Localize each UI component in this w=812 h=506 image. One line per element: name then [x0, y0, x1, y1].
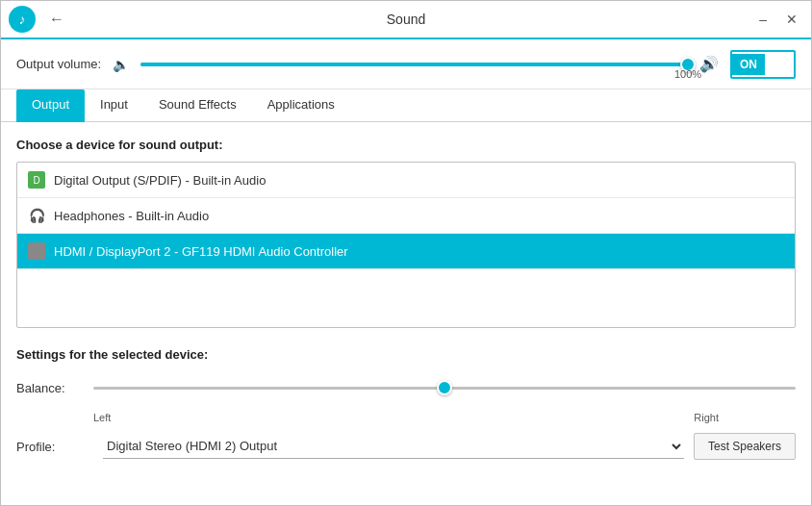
device-name-hdmi: HDMI / DisplayPort 2 - GF119 HDMI Audio …: [54, 244, 348, 259]
tab-applications[interactable]: Applications: [252, 89, 350, 122]
titlebar: ♪ ← Sound – ✕: [1, 1, 811, 39]
profile-select[interactable]: Digital Stereo (HDMI 2) Output: [103, 434, 684, 459]
on-toggle[interactable]: ON: [730, 50, 796, 79]
minimize-button[interactable]: –: [753, 10, 773, 29]
tab-output[interactable]: Output: [16, 89, 85, 122]
device-item-headphones[interactable]: 🎧 Headphones - Built-in Audio: [17, 198, 795, 234]
volume-value: 100%: [674, 68, 701, 80]
device-list-empty-space: [17, 269, 795, 327]
volume-slider-track[interactable]: 100%: [140, 63, 688, 66]
test-speakers-button[interactable]: Test Speakers: [694, 433, 796, 460]
tab-sound-effects[interactable]: Sound Effects: [143, 89, 252, 122]
window-controls: – ✕: [753, 10, 803, 29]
back-button[interactable]: ←: [43, 7, 70, 32]
device-item-digital[interactable]: D Digital Output (S/PDIF) - Built-in Aud…: [17, 163, 795, 198]
balance-row: Balance:: [16, 373, 796, 402]
on-label: ON: [732, 54, 765, 75]
profile-label: Profile:: [16, 440, 93, 454]
balance-slider-track[interactable]: [93, 387, 796, 390]
headphones-icon: 🎧: [27, 206, 46, 225]
window-title: Sound: [387, 12, 425, 27]
device-name-digital: Digital Output (S/PDIF) - Built-in Audio: [54, 173, 266, 188]
balance-label: Balance:: [16, 381, 93, 395]
balance-labels: Left Right: [16, 412, 796, 423]
device-item-hdmi[interactable]: HDMI / DisplayPort 2 - GF119 HDMI Audio …: [17, 234, 795, 269]
volume-low-icon: 🔈: [113, 57, 129, 72]
settings-section: Settings for the selected device: Balanc…: [16, 347, 796, 460]
device-section-label: Choose a device for sound output:: [16, 138, 796, 152]
content-area: Choose a device for sound output: D Digi…: [1, 122, 811, 505]
balance-left-label: Left: [93, 412, 111, 423]
volume-slider-fill: [140, 63, 688, 66]
device-name-headphones: Headphones - Built-in Audio: [54, 209, 209, 223]
app-icon: ♪: [9, 6, 36, 33]
hdmi-icon: [27, 241, 46, 261]
sound-settings-window: ♪ ← Sound – ✕ Output volume: 🔈 100% 🔊 ON…: [0, 0, 812, 506]
tab-input[interactable]: Input: [85, 89, 143, 122]
volume-bar: Output volume: 🔈 100% 🔊 ON: [1, 39, 811, 89]
balance-slider-container: [93, 373, 796, 402]
close-button[interactable]: ✕: [780, 10, 803, 29]
balance-slider-thumb[interactable]: [437, 380, 452, 395]
tab-bar: Output Input Sound Effects Applications: [1, 89, 811, 122]
settings-section-label: Settings for the selected device:: [16, 347, 796, 362]
volume-slider-container: 100%: [140, 50, 688, 79]
balance-right-label: Right: [694, 412, 719, 423]
volume-high-icon: 🔊: [699, 55, 719, 73]
device-list: D Digital Output (S/PDIF) - Built-in Aud…: [16, 162, 796, 328]
digital-icon: D: [27, 170, 46, 190]
on-indicator: [765, 52, 794, 77]
profile-row: Profile: Digital Stereo (HDMI 2) Output …: [16, 433, 796, 460]
volume-label: Output volume:: [16, 57, 101, 71]
